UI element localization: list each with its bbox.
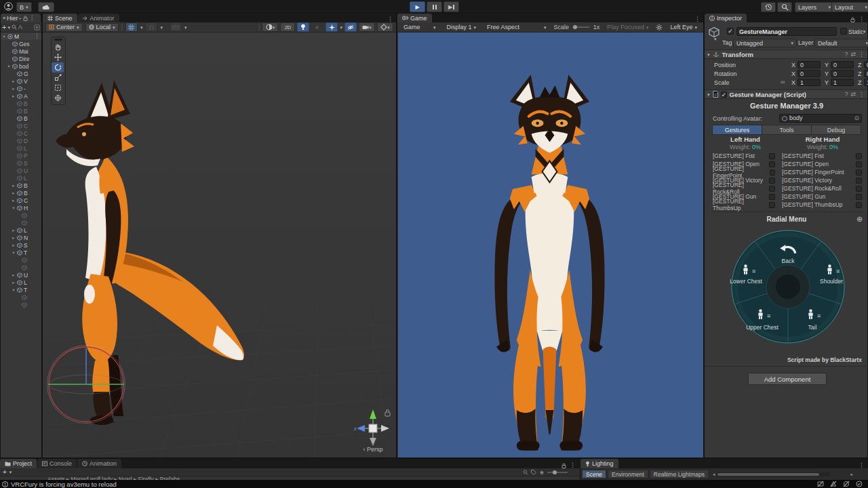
tab-hierarchy[interactable]: ≡ Hier ▸ ⋮ [1,14,41,22]
hierarchy-item[interactable]: B [1,115,41,122]
hierarchy-item[interactable]: C [1,129,41,137]
add-component-button[interactable]: Add Component [748,373,827,385]
hierarchy-item[interactable]: ▸ S [1,241,41,249]
help-icon[interactable]: ? [844,92,848,98]
scale-y-field[interactable]: 1 [831,79,854,86]
lock-icon[interactable] [850,17,855,22]
display-dropdown[interactable]: Display 1▾ [443,23,479,32]
tab-animator[interactable]: Animator [78,14,119,22]
hierarchy-item[interactable]: ▸ A [1,92,41,100]
play-focused-dropdown[interactable]: Play Focused▾ [604,23,652,32]
handle-space-dropdown[interactable]: Local▾ [85,23,119,32]
hierarchy-item[interactable]: Ges [1,40,41,47]
hierarchy-item[interactable] [1,293,41,301]
scene-visibility-toggle[interactable] [344,22,357,32]
layout-dropdown[interactable]: Layout▾ [831,2,868,12]
tab-lighting[interactable]: Lighting [580,459,618,468]
chevron-down-icon[interactable]: ▾ [7,25,10,30]
search-icon[interactable] [523,470,528,475]
hierarchy-item[interactable]: P [1,152,41,159]
gameobject-name-field[interactable]: GestureManager [736,27,837,36]
pivot-dropdown[interactable]: Center▾ [45,23,83,32]
gesture-manager-header[interactable]: ▾ Gesture Manager (Script) ? ⇄ ⋮ [705,89,867,99]
game-viewport[interactable] [398,33,703,458]
hierarchy-item[interactable]: ▸ - [1,85,41,92]
hierarchy-item[interactable]: ▸ L [1,226,41,234]
aspect-dropdown[interactable]: Free Aspect▾ [484,23,550,32]
rect-tool[interactable] [52,83,64,93]
radial-item-shoulder[interactable]: Shoulder [820,278,843,285]
tab-scene[interactable]: Scene [43,14,77,22]
help-icon[interactable]: ? [844,52,848,58]
position-x-field[interactable]: 0 [797,61,821,68]
kebab-menu-icon[interactable]: ⋮ [694,15,703,22]
favorite-icon[interactable] [539,470,545,475]
gesture-checkbox[interactable] [769,186,775,192]
account-avatar[interactable] [4,2,13,11]
move-tool[interactable] [52,52,64,62]
kebab-menu-icon[interactable]: ⋮ [859,92,865,98]
hierarchy-item[interactable] [1,264,41,271]
label-icon[interactable] [531,470,536,475]
hierarchy-item[interactable]: U [1,167,41,174]
hierarchy-item[interactable]: ▸ N [1,234,41,241]
gesture-checkbox[interactable] [856,169,862,176]
lighting-tab-scene[interactable]: Scene [582,470,606,479]
perspective-toggle[interactable]: ‹ Persp [347,446,396,453]
lighting-tab-environment[interactable]: Environment [608,470,648,479]
transform-header[interactable]: ▾ Transform ? ⇄ ⋮ [705,49,867,59]
kebab-menu-icon[interactable]: ⋮ [859,52,865,58]
tab-debug[interactable]: Debug [812,125,861,135]
layer-dropdown[interactable]: Default▾ [814,39,868,47]
hierarchy-item[interactable]: ▾ T [1,286,41,293]
tab-console[interactable]: Console [37,459,77,468]
gesture-checkbox[interactable] [856,161,862,167]
hierarchy-item[interactable] [1,256,41,264]
hand-tool[interactable] [52,42,64,52]
gesture-checkbox[interactable] [856,202,862,208]
lighting-tab-realtime-lightmaps[interactable]: Realtime Lightmaps [650,470,709,479]
hierarchy-item[interactable]: ▸ L [1,279,41,286]
muted-messages-icon[interactable] [817,481,824,487]
axis-orientation-gizmo[interactable]: z [354,409,390,446]
add-gameobject-button[interactable]: + [2,23,6,31]
hierarchy-item[interactable] [1,219,41,226]
layers-dropdown[interactable]: Layers▾ [795,2,834,12]
scale-slider[interactable] [573,26,589,28]
play-button[interactable]: ▶ [410,1,425,12]
scale-x-field[interactable]: 1 [797,79,821,86]
project-add-button[interactable]: + [3,468,7,476]
hierarchy-item[interactable]: C [1,122,41,129]
hierarchy-item[interactable]: ▾ T [1,249,41,256]
chevron-down-icon[interactable]: ▾ [9,470,12,474]
chevron-down-icon[interactable]: ▾ [140,25,143,30]
snap-settings[interactable] [170,22,182,32]
hierarchy-item[interactable]: D [1,137,41,144]
gesture-checkbox[interactable] [769,202,775,208]
hierarchy-item[interactable]: G [1,70,41,77]
gesture-checkbox[interactable] [769,153,775,159]
chevron-down-icon[interactable]: ▾ [340,25,342,30]
gesture-checkbox[interactable] [856,194,862,200]
camera-dropdown[interactable]: ▾ [359,22,375,32]
drag-handle[interactable] [54,39,62,41]
radial-item-tail[interactable]: Tail [808,324,817,331]
chevron-down-icon[interactable]: ▾ [184,25,187,30]
gesture-checkbox[interactable] [769,178,775,184]
component-enabled-checkbox[interactable] [721,92,727,98]
scene-viewport[interactable]: z ‹ Persp [43,33,396,458]
transform-tool[interactable] [52,93,64,103]
hierarchy-item[interactable] [1,211,41,219]
kebab-menu-icon[interactable]: ⋮ [387,15,396,22]
gizmos-dropdown[interactable]: ▾ [377,22,393,32]
grid-snap-toggle[interactable] [125,22,138,32]
gesture-checkbox[interactable] [770,169,775,176]
radial-item-upper-chest[interactable]: Upper Chest [746,324,778,331]
search-button[interactable] [777,2,792,12]
muted-warnings-icon[interactable] [830,481,837,487]
gesture-checkbox[interactable] [856,186,862,192]
search-input[interactable]: A [18,24,22,30]
hierarchy-item[interactable]: ▸ B [1,189,41,197]
audio-toggle[interactable] [311,22,323,32]
cloud-button[interactable] [38,2,54,12]
